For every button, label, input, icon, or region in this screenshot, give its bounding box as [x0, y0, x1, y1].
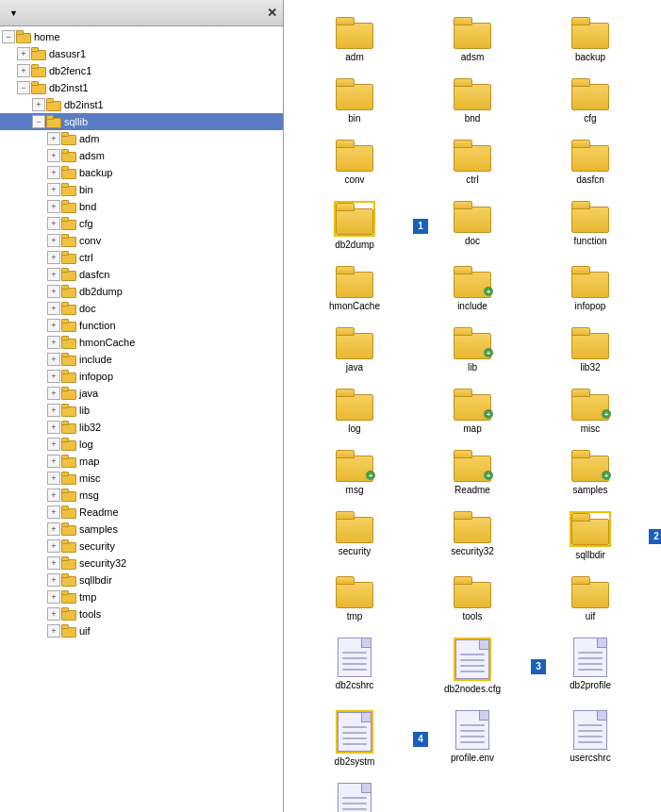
- tree-body[interactable]: −home+dasusr1+db2fenc1−db2inst1+db2inst1…: [0, 26, 283, 812]
- tree-node-samples[interactable]: +samples: [0, 521, 283, 538]
- tree-expand-btn[interactable]: +: [47, 624, 60, 638]
- grid-item-java[interactable]: java: [298, 324, 411, 376]
- right-panel[interactable]: admadsmbackupbinbndcfgconvctrldasfcn1db2…: [284, 0, 661, 812]
- tree-expand-btn[interactable]: +: [47, 438, 60, 451]
- tree-expand-btn[interactable]: +: [47, 472, 60, 485]
- grid-item-db2dump[interactable]: 1db2dump: [298, 198, 411, 254]
- tree-expand-btn[interactable]: +: [47, 607, 60, 621]
- tree-expand-btn[interactable]: +: [47, 539, 60, 553]
- grid-item-infopop[interactable]: infopop: [534, 263, 647, 315]
- tree-node-dasusr1[interactable]: +dasusr1: [0, 45, 283, 62]
- grid-item-misc[interactable]: +misc: [534, 386, 647, 438]
- grid-item-doc[interactable]: doc: [416, 198, 529, 254]
- tree-expand-btn[interactable]: +: [47, 166, 60, 179]
- grid-item-conv[interactable]: conv: [298, 137, 411, 189]
- tree-node-log[interactable]: +log: [0, 436, 283, 453]
- grid-item-hmonCache[interactable]: hmonCache: [298, 263, 411, 315]
- grid-item-bnd[interactable]: bnd: [416, 75, 529, 127]
- tree-expand-btn[interactable]: −: [32, 115, 45, 128]
- tree-expand-btn[interactable]: +: [47, 353, 60, 366]
- grid-item-adm[interactable]: adm: [298, 14, 411, 66]
- grid-item-backup[interactable]: backup: [534, 14, 647, 66]
- tree-node-home[interactable]: −home: [0, 28, 283, 45]
- tree-expand-btn[interactable]: +: [47, 285, 60, 298]
- tree-node-security[interactable]: +security: [0, 538, 283, 555]
- grid-item-profile.env[interactable]: profile.env: [416, 707, 529, 771]
- tree-expand-btn[interactable]: +: [47, 200, 60, 213]
- tree-node-db2fenc1[interactable]: +db2fenc1: [0, 62, 283, 79]
- tree-node-cfg[interactable]: +cfg: [0, 215, 283, 232]
- grid-item-lib[interactable]: +lib: [416, 324, 529, 376]
- grid-item-security[interactable]: security: [298, 508, 411, 564]
- grid-item-db2systm[interactable]: 4db2systm: [298, 707, 411, 771]
- grid-item-function[interactable]: function: [534, 198, 647, 254]
- tree-node-misc[interactable]: +misc: [0, 470, 283, 487]
- tree-expand-btn[interactable]: +: [47, 251, 60, 264]
- tree-expand-btn[interactable]: +: [47, 268, 60, 281]
- tree-node-security32[interactable]: +security32: [0, 555, 283, 572]
- tree-node-adsm[interactable]: +adsm: [0, 147, 283, 164]
- grid-item-bin[interactable]: bin: [298, 75, 411, 127]
- tree-expand-btn[interactable]: +: [32, 98, 45, 111]
- tree-expand-btn[interactable]: +: [47, 387, 60, 400]
- tree-node-function[interactable]: +function: [0, 317, 283, 334]
- tree-node-tmp[interactable]: +tmp: [0, 588, 283, 605]
- tree-expand-btn[interactable]: +: [47, 183, 60, 196]
- tree-node-db2dump[interactable]: +db2dump: [0, 283, 283, 300]
- grid-item-uif[interactable]: uif: [534, 573, 647, 625]
- tree-expand-btn[interactable]: −: [2, 30, 15, 43]
- tree-node-include[interactable]: +include: [0, 351, 283, 368]
- tree-expand-btn[interactable]: +: [47, 455, 60, 468]
- tree-expand-btn[interactable]: +: [17, 64, 30, 77]
- tree-expand-btn[interactable]: +: [47, 319, 60, 332]
- tree-dropdown-arrow[interactable]: ▼: [9, 8, 18, 18]
- grid-item-security32[interactable]: security32: [416, 508, 529, 564]
- tree-expand-btn[interactable]: +: [47, 590, 60, 604]
- tree-expand-btn[interactable]: +: [47, 556, 60, 570]
- grid-item-userprofile[interactable]: userprofile: [298, 780, 411, 812]
- tree-expand-btn[interactable]: +: [47, 234, 60, 247]
- grid-item-db2cshrc[interactable]: db2cshrc: [298, 635, 411, 698]
- tree-expand-btn[interactable]: +: [47, 132, 60, 145]
- tree-expand-btn[interactable]: +: [47, 522, 60, 536]
- tree-node-bnd[interactable]: +bnd: [0, 198, 283, 215]
- tree-node-hmonCache[interactable]: +hmonCache: [0, 334, 283, 351]
- tree-expand-btn[interactable]: +: [47, 489, 60, 502]
- grid-item-log[interactable]: log: [298, 386, 411, 438]
- tree-node-sqllib[interactable]: −sqllib: [0, 113, 283, 130]
- grid-item-tmp[interactable]: tmp: [298, 573, 411, 625]
- tree-close-button[interactable]: ✕: [267, 6, 277, 20]
- grid-item-include[interactable]: +include: [416, 263, 529, 315]
- tree-node-adm[interactable]: +adm: [0, 130, 283, 147]
- tree-expand-btn[interactable]: +: [47, 370, 60, 383]
- grid-item-Readme[interactable]: +Readme: [416, 447, 529, 499]
- tree-expand-btn[interactable]: +: [17, 47, 30, 60]
- grid-item-sqllbdir[interactable]: 2sqllbdir: [534, 508, 647, 564]
- tree-node-dasfcn[interactable]: +dasfcn: [0, 266, 283, 283]
- tree-node-msg[interactable]: +msg: [0, 487, 283, 504]
- tree-node-sqllbdir[interactable]: +sqllbdir: [0, 572, 283, 588]
- tree-expand-btn[interactable]: +: [47, 404, 60, 417]
- tree-node-map[interactable]: +map: [0, 453, 283, 470]
- tree-node-lib[interactable]: +lib: [0, 402, 283, 419]
- tree-expand-btn[interactable]: +: [47, 217, 60, 230]
- tree-expand-btn[interactable]: +: [47, 573, 60, 587]
- tree-expand-btn[interactable]: +: [47, 336, 60, 349]
- grid-item-map[interactable]: +map: [416, 386, 529, 438]
- grid-item-db2profile[interactable]: db2profile: [534, 635, 647, 698]
- tree-node-backup[interactable]: +backup: [0, 164, 283, 181]
- tree-node-lib32[interactable]: +lib32: [0, 419, 283, 436]
- tree-expand-btn[interactable]: +: [47, 302, 60, 315]
- tree-node-uif[interactable]: +uif: [0, 622, 283, 639]
- tree-node-db2inst1_child[interactable]: +db2inst1: [0, 96, 283, 113]
- grid-item-usercshrc[interactable]: usercshrc: [534, 707, 647, 771]
- tree-node-ctrl[interactable]: +ctrl: [0, 249, 283, 266]
- tree-node-Readme[interactable]: +Readme: [0, 504, 283, 521]
- tree-node-infopop[interactable]: +infopop: [0, 368, 283, 385]
- grid-item-cfg[interactable]: cfg: [534, 75, 647, 127]
- grid-item-tools[interactable]: tools: [416, 573, 529, 625]
- tree-node-db2inst1[interactable]: −db2inst1: [0, 79, 283, 96]
- tree-expand-btn[interactable]: +: [47, 149, 60, 162]
- grid-item-dasfcn[interactable]: dasfcn: [534, 137, 647, 189]
- tree-node-java[interactable]: +java: [0, 385, 283, 402]
